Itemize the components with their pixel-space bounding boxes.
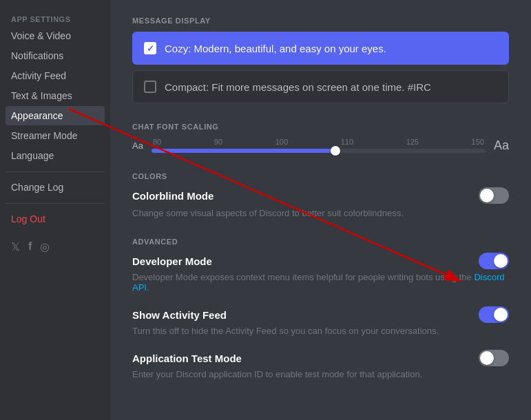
show-activity-feed-item: Show Activity Feed Turn this off to hide… <box>132 306 509 336</box>
compact-option[interactable]: Compact: Fit more messages on screen at … <box>132 70 509 103</box>
show-activity-feed-desc: Turn this off to hide the Activity Feed … <box>132 326 509 336</box>
scale-row: Aa 80 90 100 110 125 150 Aa <box>132 138 509 153</box>
tick-labels: 80 90 100 110 125 150 <box>152 138 486 146</box>
message-display-section: MESSAGE DISPLAY Cozy: Modern, beautiful,… <box>132 17 509 103</box>
sidebar-item-language[interactable]: Language <box>6 146 105 165</box>
compact-label: Compact: Fit more messages on screen at … <box>165 81 431 93</box>
social-icons-row: 𝕏 f ◎ <box>6 235 105 259</box>
slider-fill <box>152 149 335 153</box>
cozy-checkbox <box>144 42 156 54</box>
instagram-icon[interactable]: ◎ <box>40 240 50 253</box>
message-display-label: MESSAGE DISPLAY <box>132 17 509 25</box>
app-test-mode-desc: Enter your Discord application ID to ena… <box>132 369 509 379</box>
sidebar-item-streamer-mode[interactable]: Streamer Mode <box>6 126 105 145</box>
show-activity-feed-knob <box>494 308 508 322</box>
font-scaling-label: CHAT FONT SCALING <box>132 123 509 131</box>
font-scaling-section: CHAT FONT SCALING Aa 80 90 100 110 125 1… <box>132 123 509 153</box>
colorblind-toggle-knob <box>480 189 494 202</box>
sidebar-item-notifications[interactable]: Notifications <box>6 46 105 65</box>
cozy-label: Cozy: Modern, beautiful, and easy on you… <box>165 43 386 54</box>
colorblind-row: Colorblind Mode <box>132 187 509 204</box>
sidebar: APP SETTINGS Voice & Video Notifications… <box>0 0 110 420</box>
compact-checkbox <box>144 81 156 93</box>
twitter-icon[interactable]: 𝕏 <box>11 240 20 253</box>
advanced-section: ADVANCED Developer Mode Developer Mode e… <box>132 238 509 379</box>
developer-mode-item: Developer Mode Developer Mode exposes co… <box>132 253 509 293</box>
sidebar-item-text-images[interactable]: Text & Images <box>6 86 105 105</box>
scale-label-small: Aa <box>132 140 143 151</box>
slider-track <box>152 149 486 153</box>
app-test-mode-toggle[interactable] <box>479 350 509 366</box>
sidebar-item-voice-video[interactable]: Voice & Video <box>6 26 105 45</box>
app-test-mode-item: Application Test Mode Enter your Discord… <box>132 350 509 379</box>
show-activity-feed-row: Show Activity Feed <box>132 306 509 323</box>
colors-section-label: COLORS <box>132 172 509 180</box>
slider-thumb <box>331 146 340 156</box>
colorblind-title: Colorblind Mode <box>132 190 214 202</box>
sidebar-divider-2 <box>6 203 105 204</box>
app-test-mode-knob <box>480 351 494 365</box>
developer-mode-row: Developer Mode <box>132 253 509 269</box>
sidebar-item-appearance[interactable]: Appearance <box>6 106 105 125</box>
sidebar-divider <box>6 171 105 172</box>
show-activity-feed-title: Show Activity Feed <box>132 309 227 321</box>
advanced-section-label: ADVANCED <box>132 238 509 246</box>
app-test-mode-title: Application Test Mode <box>132 353 242 364</box>
sidebar-item-logout[interactable]: Log Out <box>6 209 105 229</box>
scale-label-large: Aa <box>494 138 509 153</box>
facebook-icon[interactable]: f <box>28 240 32 253</box>
colorblind-toggle[interactable] <box>479 187 509 204</box>
developer-mode-title: Developer Mode <box>132 255 212 267</box>
developer-mode-toggle[interactable] <box>479 253 509 269</box>
sidebar-item-change-log[interactable]: Change Log <box>6 178 105 197</box>
developer-mode-desc: Developer Mode exposes context menu item… <box>132 272 509 293</box>
sidebar-item-activity-feed[interactable]: Activity Feed <box>6 66 105 85</box>
cozy-option[interactable]: Cozy: Modern, beautiful, and easy on you… <box>132 32 509 65</box>
app-test-mode-row: Application Test Mode <box>132 350 509 366</box>
colors-section: COLORS Colorblind Mode Change some visua… <box>132 172 509 218</box>
show-activity-feed-toggle[interactable] <box>479 306 509 323</box>
sidebar-section-label: APP SETTINGS <box>6 11 105 26</box>
developer-mode-knob <box>494 254 508 268</box>
main-content: MESSAGE DISPLAY Cozy: Modern, beautiful,… <box>110 0 531 420</box>
font-slider-container: 80 90 100 110 125 150 <box>152 138 486 153</box>
colorblind-desc: Change some visual aspects of Discord to… <box>132 208 509 218</box>
